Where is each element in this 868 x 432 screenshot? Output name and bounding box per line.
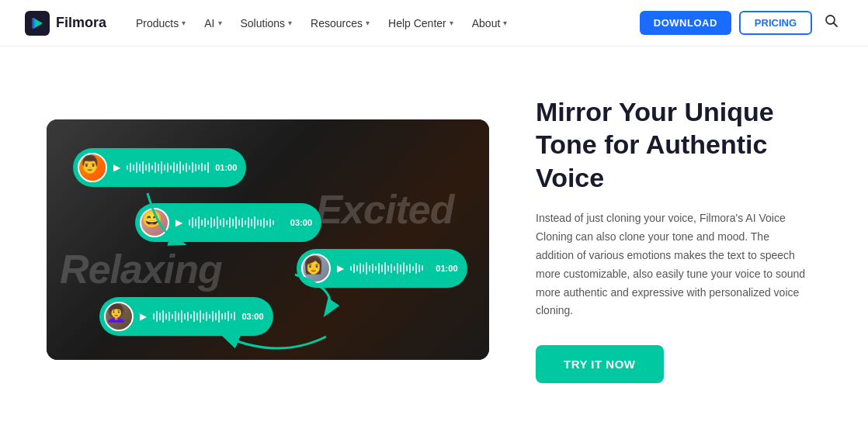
search-button[interactable] bbox=[820, 9, 843, 36]
duration-3: 01:00 bbox=[436, 264, 457, 273]
play-icon-1: ▶ bbox=[113, 162, 120, 173]
waveform-4 bbox=[153, 309, 235, 323]
chevron-down-icon: ▾ bbox=[366, 19, 370, 27]
avatar-1: 👨 bbox=[78, 153, 107, 182]
search-icon bbox=[825, 14, 838, 28]
waveform-3 bbox=[350, 261, 430, 275]
pricing-button[interactable]: PRICING bbox=[739, 11, 812, 35]
chevron-down-icon: ▾ bbox=[182, 19, 186, 27]
hero-description: Instead of just cloning your voice, Film… bbox=[536, 209, 806, 320]
try-it-now-button[interactable]: TRY IT NOW bbox=[536, 345, 664, 383]
audio-card-4: 👩‍🦱 ▶ 03:00 bbox=[99, 297, 273, 336]
logo-text: Filmora bbox=[56, 15, 106, 31]
audio-card-2: 😄 ▶ 03:00 bbox=[135, 203, 321, 242]
avatar-3: 👩 bbox=[301, 254, 331, 283]
logo[interactable]: Filmora bbox=[25, 11, 106, 36]
nav-item-about[interactable]: About ▾ bbox=[464, 12, 516, 34]
duration-4: 03:00 bbox=[241, 312, 263, 321]
audio-card-1: 👨 ▶ 01:00 bbox=[73, 148, 246, 187]
play-icon-4: ▶ bbox=[140, 311, 147, 322]
svg-line-3 bbox=[834, 23, 838, 27]
nav-item-ai[interactable]: AI ▾ bbox=[196, 12, 229, 34]
waveform-1 bbox=[127, 161, 209, 175]
chevron-down-icon: ▾ bbox=[503, 19, 507, 27]
download-button[interactable]: DOWNLOAD bbox=[640, 11, 731, 35]
avatar-4: 👩‍🦱 bbox=[104, 302, 134, 331]
navbar: Filmora Products ▾ AI ▾ Solutions ▾ Reso… bbox=[0, 0, 868, 47]
nav-item-solutions[interactable]: Solutions ▾ bbox=[233, 12, 300, 34]
play-icon-2: ▶ bbox=[175, 217, 182, 228]
hero-section: Excited Relaxing 👨 ▶ 01:00 😄 ▶ 03:00 bbox=[0, 47, 868, 432]
play-icon-3: ▶ bbox=[337, 263, 344, 274]
avatar-2: 😄 bbox=[140, 208, 169, 237]
duration-2: 03:00 bbox=[290, 218, 312, 227]
svg-rect-1 bbox=[32, 18, 35, 29]
audio-card-3: 👩 ▶ 01:00 bbox=[297, 249, 467, 288]
chevron-down-icon: ▾ bbox=[450, 19, 453, 27]
duration-1: 01:00 bbox=[215, 163, 237, 172]
nav-item-resources[interactable]: Resources ▾ bbox=[303, 12, 377, 34]
hero-content: Mirror Your Unique Tone for Authentic Vo… bbox=[536, 95, 821, 383]
waveform-2 bbox=[189, 216, 284, 230]
nav-links: Products ▾ AI ▾ Solutions ▾ Resources ▾ … bbox=[128, 12, 640, 34]
nav-actions: DOWNLOAD PRICING bbox=[640, 9, 843, 36]
hero-title: Mirror Your Unique Tone for Authentic Vo… bbox=[536, 95, 806, 195]
logo-icon bbox=[25, 11, 50, 36]
video-mockup: Excited Relaxing 👨 ▶ 01:00 😄 ▶ 03:00 bbox=[47, 119, 489, 360]
chevron-down-icon: ▾ bbox=[218, 19, 222, 27]
nav-item-products[interactable]: Products ▾ bbox=[128, 12, 193, 34]
nav-item-helpcenter[interactable]: Help Center ▾ bbox=[380, 12, 461, 34]
chevron-down-icon: ▾ bbox=[288, 19, 292, 27]
